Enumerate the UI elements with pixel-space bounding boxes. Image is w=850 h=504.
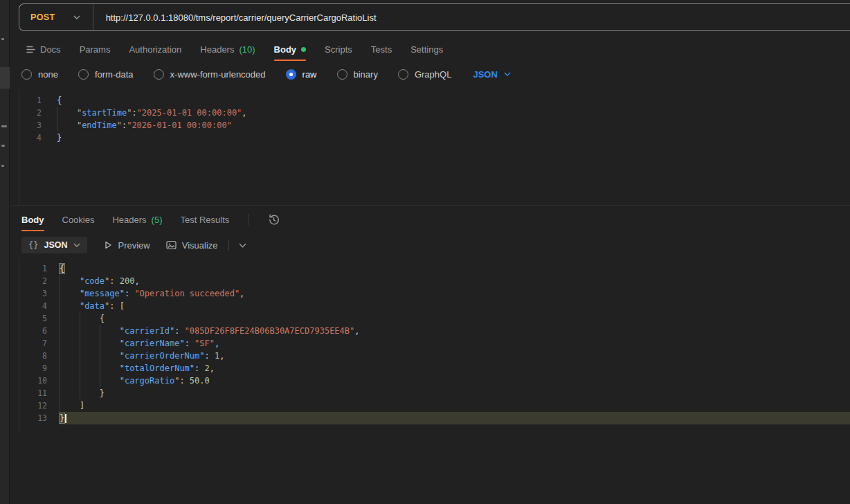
tab-docs[interactable]: Docs [26, 37, 61, 61]
body-type-form-data[interactable]: form-data [78, 69, 134, 80]
body-type-raw[interactable]: raw [286, 69, 317, 80]
line-number: 11 [19, 387, 58, 399]
indent-guide [57, 107, 77, 119]
tab-settings[interactable]: Settings [410, 37, 443, 61]
indent-guide [80, 362, 100, 375]
code-token: : [109, 276, 119, 286]
code-token: : [ [109, 301, 125, 311]
code-line[interactable]: 5 { [19, 312, 850, 325]
response-body-viewer[interactable]: 1 { 2 "code": 200, 3 "message": "Operati… [19, 258, 850, 433]
code-line[interactable]: 4 } [19, 132, 850, 144]
code-line[interactable]: 4 "data": [ [19, 300, 850, 312]
line-number: 4 [19, 132, 53, 144]
tab-label: Headers [112, 215, 146, 225]
sidebar-text-fragment [1, 165, 4, 167]
tab-cookies[interactable]: Cookies [62, 208, 95, 231]
code-line[interactable]: 3 "endTime":"2026-01-01 00:00:00" [19, 119, 850, 132]
code-line[interactable]: 10 "cargoRatio": 50.0 [19, 375, 850, 387]
code-line[interactable]: 11 } [19, 387, 850, 399]
tab-label: Params [80, 44, 111, 55]
indent-guide [100, 362, 120, 375]
code-line[interactable]: 3 "message": "Operation succeeded", [19, 287, 850, 300]
code-token: carrierName [125, 339, 179, 348]
line-number: 10 [19, 375, 58, 387]
tab-label: Scripts [325, 44, 352, 55]
indent-guide [60, 350, 80, 362]
method-selector[interactable]: POST [19, 4, 93, 30]
tab-test-results[interactable]: Test Results [181, 208, 230, 231]
tab-count: (10) [239, 44, 255, 55]
indent-guide [100, 375, 120, 387]
code-token: " [120, 363, 125, 373]
radio-label: GraphQL [415, 69, 451, 80]
code-token: 200 [120, 276, 135, 286]
body-type-binary[interactable]: binary [337, 69, 378, 80]
sidebar-active-segment[interactable] [0, 67, 10, 89]
code-token: } [57, 133, 62, 143]
response-more-options-button[interactable] [239, 243, 246, 248]
code-line[interactable]: 2 "code": 200, [19, 275, 850, 287]
tab-label: Cookies [62, 215, 95, 225]
code-line[interactable]: 8 "carrierOrderNum": 1, [19, 350, 850, 362]
tab-label: Settings [410, 44, 443, 55]
collapsed-sidebar[interactable] [0, 0, 10, 504]
code-line[interactable]: 9 "totalOrderNum": 2, [19, 362, 850, 375]
code-token: , [239, 289, 244, 298]
image-visualize-icon [166, 240, 177, 250]
indent-guide [60, 375, 80, 387]
code-token: endTime [82, 120, 117, 130]
tab-tests[interactable]: Tests [371, 37, 392, 61]
indent-guide [60, 300, 80, 312]
visualize-button[interactable]: Visualize [166, 240, 218, 251]
tab-headers[interactable]: Headers (5) [112, 208, 162, 231]
method-label: POST [30, 12, 55, 22]
code-token: } [60, 413, 64, 423]
line-content: "carrierOrderNum": 1, [60, 350, 850, 362]
response-format-dropdown[interactable]: {} JSON [21, 237, 87, 253]
code-token: code [84, 276, 105, 286]
code-line[interactable]: 2 "startTime":"2025-01-01 00:00:00", [19, 107, 850, 119]
code-token: : [195, 363, 204, 373]
raw-language-selector[interactable]: JSON [473, 69, 510, 80]
code-line[interactable]: 6 "carrierId": "085DF26F8FE24B06B30A7ECD… [19, 325, 850, 337]
line-content: "code": 200, [60, 275, 850, 287]
line-content: "startTime":"2025-01-01 00:00:00", [57, 107, 850, 119]
response-format-label: JSON [44, 240, 67, 250]
divider [10, 205, 850, 206]
url-input[interactable] [93, 12, 850, 23]
line-content: "cargoRatio": 50.0 [60, 375, 850, 387]
divider [248, 214, 248, 225]
tab-headers[interactable]: Headers (10) [200, 37, 255, 61]
tab-scripts[interactable]: Scripts [325, 37, 352, 61]
code-line[interactable]: 7 "carrierName": "SF", [19, 337, 850, 350]
body-type-x-www-form-urlencoded[interactable]: x-www-form-urlencoded [154, 69, 266, 80]
indent-guide [60, 399, 80, 412]
code-line[interactable]: 13 } [19, 412, 850, 424]
line-number: 1 [19, 94, 53, 107]
radio-circle-icon [398, 69, 408, 80]
body-type-graphql[interactable]: GraphQL [398, 69, 451, 80]
code-token: { [57, 96, 62, 105]
body-type-none[interactable]: none [21, 69, 58, 80]
radio-circle-icon [21, 69, 32, 80]
radio-circle-icon [78, 69, 89, 80]
chevron-down-icon [504, 72, 511, 76]
code-line[interactable]: 1 { [19, 94, 850, 107]
indent-guide [100, 325, 120, 337]
code-token: } [100, 388, 105, 398]
code-token: , [134, 276, 139, 286]
tab-label: Body [274, 44, 297, 55]
code-line[interactable]: 12 ] [19, 399, 850, 412]
code-token: startTime [82, 108, 127, 118]
code-line[interactable]: 1 { [19, 262, 850, 275]
tab-body[interactable]: Body [274, 37, 307, 61]
radio-circle-icon [286, 69, 296, 80]
tab-body[interactable]: Body [21, 208, 44, 231]
response-history-button[interactable] [267, 213, 280, 226]
preview-button[interactable]: Preview [103, 240, 150, 251]
request-body-editor[interactable]: 1 { 2 "startTime":"2025-01-01 00:00:00",… [19, 90, 850, 205]
radio-label: raw [302, 69, 317, 80]
tab-authorization[interactable]: Authorization [129, 37, 181, 61]
tab-params[interactable]: Params [80, 37, 111, 61]
code-token: : [132, 108, 136, 118]
